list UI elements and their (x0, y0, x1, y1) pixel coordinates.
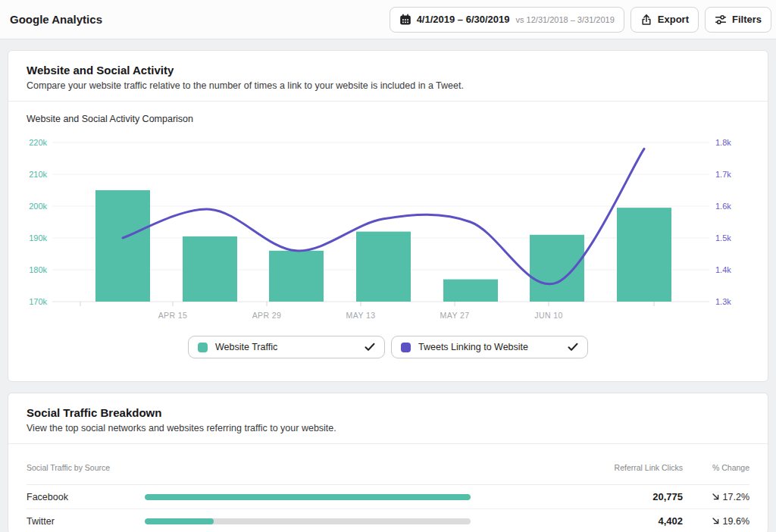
export-icon (640, 14, 652, 26)
col-header-source: Social Traffic by Source (27, 463, 145, 472)
table-header-row: Social Traffic by Source Referral Link C… (27, 450, 749, 485)
svg-text:170k: 170k (29, 297, 47, 306)
svg-text:1.4k: 1.4k (715, 265, 731, 274)
svg-text:1.5k: 1.5k (715, 233, 731, 243)
filters-button[interactable]: Filters (705, 7, 771, 33)
date-range-button[interactable]: 4/1/2019 – 6/30/2019 vs 12/31/2018 – 3/3… (390, 7, 624, 33)
app-header: Google Analytics 4/1/2019 – 6/30/2019 vs… (0, 0, 776, 39)
source-label: Facebook (27, 492, 145, 502)
date-range-comparison: vs 12/31/2018 – 3/31/2019 (516, 15, 615, 24)
website-card-description: Compare your website traffic relative to… (27, 80, 749, 91)
source-label: Twitter (27, 516, 145, 527)
social-card-header: Social Traffic Breakdown View the top so… (8, 393, 768, 444)
social-traffic-table: Social Traffic by Source Referral Link C… (8, 444, 768, 532)
page-title: Google Analytics (10, 13, 390, 26)
clicks-value: 4,402 (471, 515, 683, 527)
export-button[interactable]: Export (630, 7, 699, 33)
svg-text:210k: 210k (29, 170, 47, 179)
col-header-change: % Change (683, 463, 749, 472)
chart-title: Website and Social Activity Comparison (27, 114, 749, 124)
website-card-header: Website and Social Activity Compare your… (8, 51, 768, 102)
table-row: Twitter4,40219.6% (27, 509, 749, 532)
referral-bar-track (145, 494, 471, 500)
social-card-description: View the top social networks and website… (27, 423, 749, 433)
referral-bar-fill (145, 494, 471, 500)
legend-swatch-website-traffic (198, 343, 208, 352)
legend-toggle-website-traffic[interactable]: Website Traffic (188, 336, 385, 358)
clicks-value: 20,775 (471, 491, 683, 502)
main-content: Website and Social Activity Compare your… (0, 39, 776, 532)
svg-text:MAY 27: MAY 27 (440, 311, 470, 320)
trend-down-icon (712, 493, 720, 501)
svg-text:1.7k: 1.7k (715, 170, 731, 179)
referral-bar-track (145, 518, 471, 524)
legend-toggle-tweets-linking[interactable]: Tweets Linking to Website (391, 336, 588, 358)
social-card-title: Social Traffic Breakdown (27, 406, 749, 419)
website-activity-card: Website and Social Activity Compare your… (8, 50, 768, 382)
filters-label: Filters (732, 14, 762, 25)
checkmark-icon (568, 343, 578, 352)
svg-text:MAY 13: MAY 13 (346, 311, 376, 320)
legend-label: Tweets Linking to Website (418, 342, 560, 352)
svg-text:1.6k: 1.6k (715, 202, 731, 211)
svg-text:190k: 190k (29, 233, 47, 243)
svg-text:APR 15: APR 15 (158, 311, 188, 320)
col-header-clicks: Referral Link Clicks (471, 463, 683, 472)
svg-text:220k: 220k (29, 138, 47, 147)
change-percent: 17.2% (723, 492, 749, 502)
change-value: 19.6% (683, 516, 749, 527)
checkmark-icon (365, 343, 375, 352)
legend-label: Website Traffic (215, 342, 357, 352)
svg-text:200k: 200k (29, 202, 47, 211)
filters-icon (715, 14, 727, 26)
calendar-icon (399, 14, 411, 26)
social-traffic-card: Social Traffic Breakdown View the top so… (8, 393, 768, 532)
chart-legend: Website Traffic Tweets Linking to Websit… (27, 336, 749, 358)
svg-text:1.3k: 1.3k (715, 297, 731, 306)
header-actions: 4/1/2019 – 6/30/2019 vs 12/31/2018 – 3/3… (390, 7, 771, 33)
svg-text:APR 29: APR 29 (252, 311, 282, 320)
legend-swatch-tweets-linking (401, 343, 411, 352)
chart-block: Website and Social Activity Comparison 2… (8, 102, 768, 381)
website-card-title: Website and Social Activity (27, 64, 749, 77)
activity-chart: 220k1.8k210k1.7k200k1.6k190k1.5k180k1.4k… (27, 133, 751, 324)
social-table-rows: Facebook20,77517.2%Twitter4,40219.6% (27, 485, 749, 532)
date-range-primary: 4/1/2019 – 6/30/2019 (417, 14, 510, 25)
referral-bar-fill (145, 518, 214, 524)
change-percent: 19.6% (723, 516, 749, 527)
table-row: Facebook20,77517.2% (27, 485, 749, 509)
svg-text:JUN 10: JUN 10 (534, 311, 562, 320)
trend-down-icon (712, 517, 720, 525)
export-label: Export (658, 14, 689, 25)
svg-text:1.8k: 1.8k (715, 138, 731, 147)
change-value: 17.2% (683, 492, 749, 502)
svg-text:180k: 180k (29, 265, 47, 274)
